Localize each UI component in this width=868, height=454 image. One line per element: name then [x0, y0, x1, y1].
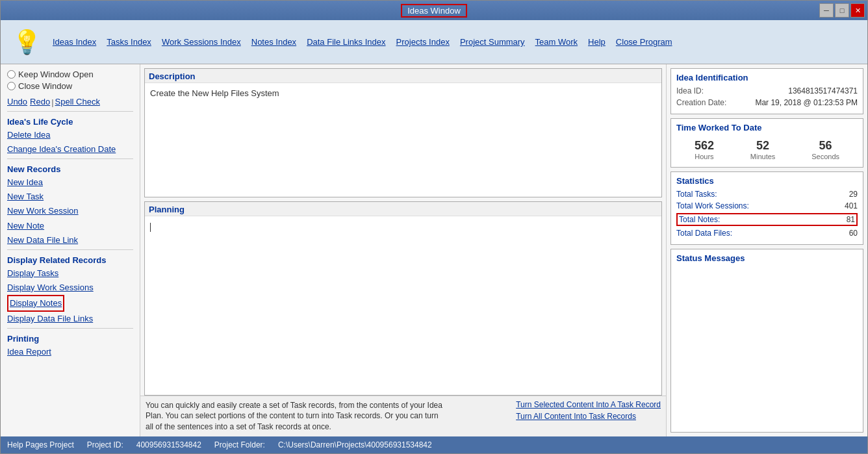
seconds-value: 56 [811, 139, 839, 153]
total-work-sessions-label: Total Work Sessions: [676, 201, 749, 210]
project-name: Help Pages Project [7, 440, 74, 449]
life-cycle-title: Idea's Life Cycle [7, 117, 133, 127]
time-worked-title: Time Worked To Date [676, 123, 858, 132]
nav-notes-index[interactable]: Notes Index [251, 37, 296, 47]
statistics-title: Statistics [676, 176, 858, 186]
time-worked-box: Time Worked To Date 562 Hours 52 Minutes… [670, 118, 863, 168]
planning-label: Planning [145, 202, 661, 216]
close-window-input[interactable] [7, 82, 16, 90]
total-notes-label: Total Notes: [679, 215, 720, 224]
task-links: Turn Selected Content Into A Task Record… [516, 400, 661, 421]
nav-work-sessions-index[interactable]: Work Sessions Index [162, 37, 241, 47]
total-tasks-row: Total Tasks: 29 [676, 190, 858, 199]
redo-link[interactable]: Redo [30, 95, 50, 109]
main-content: Keep Window Open Close Window Undo Redo … [1, 64, 867, 436]
nav-projects-index[interactable]: Projects Index [396, 37, 450, 47]
undo-redo-group: Undo Redo | Spell Check [7, 95, 133, 109]
turn-selected-link[interactable]: Turn Selected Content Into A Task Record [516, 400, 661, 409]
nav-data-file-links-index[interactable]: Data File Links Index [307, 37, 385, 47]
keep-window-open-input[interactable] [7, 70, 16, 79]
nav-tasks-index[interactable]: Tasks Index [107, 37, 151, 47]
title-bar: Ideas Window ─ □ ✕ [1, 1, 867, 20]
idea-report-link[interactable]: Idea Report [7, 345, 133, 359]
status-messages-title: Status Messages [676, 253, 858, 263]
text-cursor [150, 223, 151, 232]
undo-link[interactable]: Undo [7, 95, 27, 109]
total-data-files-label: Total Data Files: [676, 229, 732, 238]
display-tasks-link[interactable]: Display Tasks [7, 266, 133, 281]
pipe-sep: | [51, 97, 53, 107]
minutes-value: 52 [750, 139, 776, 153]
status-messages-box: Status Messages [670, 249, 863, 433]
new-data-file-link-link[interactable]: New Data File Link [7, 233, 133, 247]
new-idea-link[interactable]: New Idea [7, 175, 133, 190]
total-work-sessions-value: 401 [845, 201, 858, 210]
sidebar: Keep Window Open Close Window Undo Redo … [1, 64, 140, 436]
total-notes-row: Total Notes: 81 [676, 213, 858, 226]
close-window-radio[interactable]: Close Window [7, 81, 133, 91]
window-controls: ─ □ ✕ [819, 3, 865, 18]
idea-id-value: 1364813517474371 [788, 86, 858, 95]
minutes-unit: 52 Minutes [750, 139, 776, 160]
nav-project-summary[interactable]: Project Summary [460, 37, 525, 47]
idea-identification-box: Idea Identification Idea ID: 13648135174… [670, 68, 863, 114]
idea-identification-title: Idea Identification [676, 73, 858, 82]
display-work-sessions-link[interactable]: Display Work Sessions [7, 281, 133, 295]
delete-idea-link[interactable]: Delete Idea [7, 128, 133, 142]
restore-button[interactable]: □ [835, 3, 849, 18]
window-title: Ideas Window [401, 4, 467, 18]
new-task-link[interactable]: New Task [7, 190, 133, 204]
nav-ideas-index[interactable]: Ideas Index [53, 37, 96, 47]
total-data-files-row: Total Data Files: 60 [676, 229, 858, 238]
total-tasks-label: Total Tasks: [676, 190, 717, 199]
display-notes-link[interactable]: Display Notes [7, 295, 64, 312]
total-data-files-value: 60 [849, 229, 858, 238]
project-folder-label: Project Folder: [214, 440, 265, 449]
close-button[interactable]: ✕ [850, 3, 865, 18]
nav-close-program[interactable]: Close Program [616, 37, 672, 47]
description-text[interactable]: Create the New Help Files System [145, 83, 661, 197]
printing-title: Printing [7, 334, 133, 344]
creation-date-label: Creation Date: [676, 98, 726, 107]
creation-date-value: Mar 19, 2018 @ 01:23:53 PM [755, 98, 858, 107]
new-records-title: New Records [7, 164, 133, 174]
description-section: Description Create the New Help Files Sy… [144, 68, 662, 197]
total-work-sessions-row: Total Work Sessions: 401 [676, 201, 858, 210]
keep-window-open-radio[interactable]: Keep Window Open [7, 69, 133, 79]
nav-help[interactable]: Help [588, 37, 606, 47]
project-folder-value: C:\Users\Darren\Projects\400956931534842 [278, 440, 432, 449]
hours-unit: 562 Hours [695, 139, 714, 160]
minutes-label: Minutes [750, 153, 776, 160]
planning-content[interactable] [145, 216, 661, 394]
minimize-button[interactable]: ─ [819, 3, 834, 18]
window-mode-group: Keep Window Open Close Window [7, 69, 133, 91]
menu-bar: 💡 Ideas Index Tasks Index Work Sessions … [1, 20, 867, 64]
project-id-label: Project ID: [87, 440, 123, 449]
right-panel: Idea Identification Idea ID: 13648135174… [666, 64, 867, 436]
idea-id-label: Idea ID: [676, 86, 704, 95]
turn-all-link[interactable]: Turn All Content Into Task Records [516, 412, 661, 421]
hours-value: 562 [695, 139, 714, 153]
main-window: Ideas Window ─ □ ✕ 💡 Ideas Index Tasks I… [0, 0, 868, 454]
total-notes-value: 81 [847, 215, 855, 224]
hours-label: Hours [695, 153, 714, 160]
new-note-link[interactable]: New Note [7, 219, 133, 233]
statistics-box: Statistics Total Tasks: 29 Total Work Se… [670, 171, 863, 245]
time-worked-display: 562 Hours 52 Minutes 56 Seconds [676, 136, 858, 163]
project-id-value: 400956931534842 [136, 440, 201, 449]
nav-links: Ideas Index Tasks Index Work Sessions In… [53, 37, 672, 47]
seconds-label: Seconds [811, 153, 839, 160]
footer-bar: Help Pages Project Project ID: 400956931… [1, 436, 867, 453]
nav-team-work[interactable]: Team Work [535, 37, 578, 47]
total-tasks-value: 29 [849, 190, 858, 199]
change-creation-date-link[interactable]: Change Idea's Creation Date [7, 142, 133, 157]
spell-check-link[interactable]: Spell Check [55, 95, 100, 109]
help-text: You can quickly and easily create a set … [146, 400, 444, 433]
center-panel: Description Create the New Help Files Sy… [140, 64, 666, 436]
description-label: Description [145, 69, 661, 83]
bottom-bar: You can quickly and easily create a set … [140, 396, 666, 436]
display-data-file-links-link[interactable]: Display Data File Links [7, 312, 133, 326]
close-window-label: Close Window [18, 81, 72, 91]
idea-id-row: Idea ID: 1364813517474371 [676, 86, 858, 95]
new-work-session-link[interactable]: New Work Session [7, 204, 133, 218]
